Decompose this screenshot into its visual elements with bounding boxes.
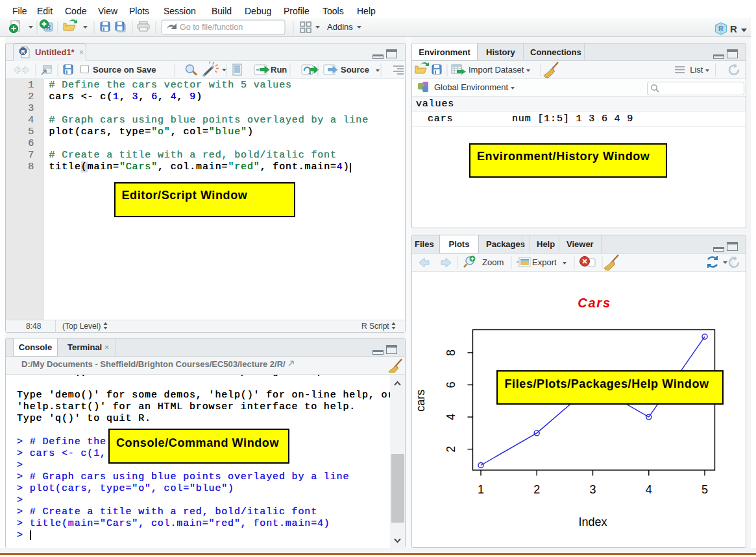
svg-text:3: 3 xyxy=(589,483,596,496)
svg-text:R: R xyxy=(730,23,737,34)
svg-text:cars: cars xyxy=(414,390,427,412)
svg-text:1: 1 xyxy=(478,483,484,496)
svg-text:8: 8 xyxy=(445,350,457,356)
svg-text:2: 2 xyxy=(445,446,457,453)
svg-text:Go to file/function: Go to file/function xyxy=(180,23,243,32)
svg-text:R: R xyxy=(718,25,724,32)
svg-text:Cars: Cars xyxy=(578,296,611,310)
svg-text:Addins: Addins xyxy=(327,22,353,32)
svg-text:Index: Index xyxy=(578,516,607,528)
svg-text:5: 5 xyxy=(701,483,708,496)
svg-text:2: 2 xyxy=(533,483,540,496)
svg-text:R: R xyxy=(21,49,25,55)
svg-text:6: 6 xyxy=(445,381,457,388)
svg-text:4: 4 xyxy=(445,414,457,420)
svg-text:4: 4 xyxy=(646,483,652,496)
